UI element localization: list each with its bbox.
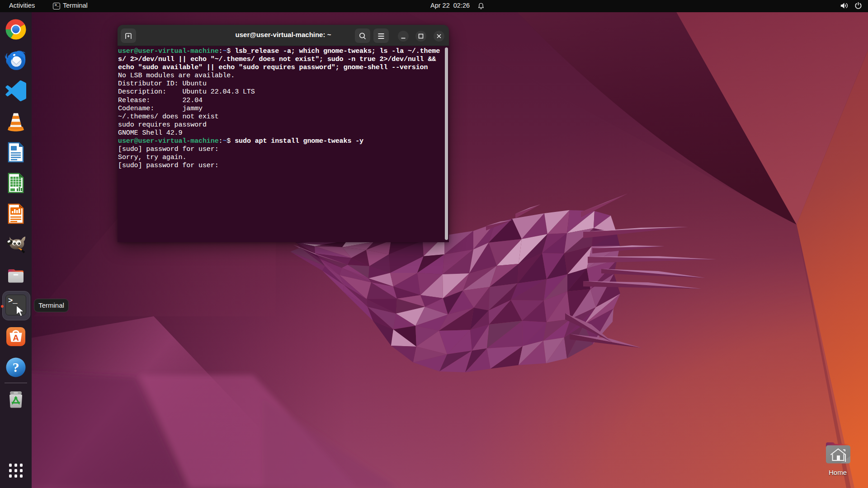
svg-text:A: A [13,333,19,343]
svg-text:?: ? [13,360,19,375]
